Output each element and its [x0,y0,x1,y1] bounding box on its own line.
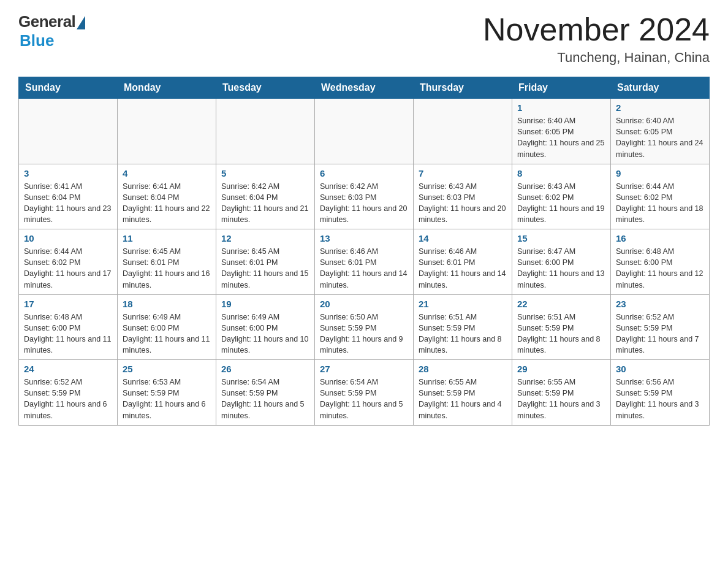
calendar-cell: 25Sunrise: 6:53 AMSunset: 5:59 PMDayligh… [118,360,216,426]
day-number: 29 [517,364,605,374]
day-info: Sunrise: 6:43 AMSunset: 6:02 PMDaylight:… [517,181,605,226]
day-number: 18 [123,299,211,309]
header-friday: Friday [512,77,611,99]
calendar-cell [118,99,216,164]
calendar-cell: 3Sunrise: 6:41 AMSunset: 6:04 PMDaylight… [19,164,118,229]
day-number: 17 [24,299,112,309]
location-subtitle: Tuncheng, Hainan, China [483,50,710,66]
day-number: 11 [123,233,211,243]
header-monday: Monday [118,77,216,99]
calendar-cell: 20Sunrise: 6:50 AMSunset: 5:59 PMDayligh… [315,294,414,360]
day-info: Sunrise: 6:40 AMSunset: 6:05 PMDaylight:… [616,115,704,160]
day-info: Sunrise: 6:41 AMSunset: 6:04 PMDaylight:… [24,181,112,226]
day-info: Sunrise: 6:44 AMSunset: 6:02 PMDaylight:… [616,181,704,226]
day-number: 3 [24,168,112,178]
day-number: 26 [221,364,309,374]
calendar-cell: 8Sunrise: 6:43 AMSunset: 6:02 PMDaylight… [512,164,611,229]
calendar-cell: 5Sunrise: 6:42 AMSunset: 6:04 PMDaylight… [216,164,315,229]
header-wednesday: Wednesday [315,77,414,99]
calendar-cell: 19Sunrise: 6:49 AMSunset: 6:00 PMDayligh… [216,294,315,360]
calendar-cell [216,99,315,164]
calendar-cell: 16Sunrise: 6:48 AMSunset: 6:00 PMDayligh… [611,229,710,295]
calendar-cell: 27Sunrise: 6:54 AMSunset: 5:59 PMDayligh… [315,360,414,426]
calendar-cell: 13Sunrise: 6:46 AMSunset: 6:01 PMDayligh… [315,229,414,295]
day-info: Sunrise: 6:52 AMSunset: 5:59 PMDaylight:… [616,312,704,356]
header-saturday: Saturday [611,77,710,99]
day-number: 10 [24,233,112,243]
calendar-cell: 18Sunrise: 6:49 AMSunset: 6:00 PMDayligh… [118,294,216,360]
logo-triangle-icon [77,16,85,29]
calendar-cell: 30Sunrise: 6:56 AMSunset: 5:59 PMDayligh… [611,360,710,426]
logo-blue-text: Blue [20,31,54,50]
month-year-title: November 2024 [483,12,710,47]
day-info: Sunrise: 6:46 AMSunset: 6:01 PMDaylight:… [419,246,507,291]
calendar-body: 1Sunrise: 6:40 AMSunset: 6:05 PMDaylight… [19,99,710,426]
calendar-cell: 7Sunrise: 6:43 AMSunset: 6:03 PMDaylight… [414,164,512,229]
week-row-0: 1Sunrise: 6:40 AMSunset: 6:05 PMDaylight… [19,99,710,164]
calendar-cell: 23Sunrise: 6:52 AMSunset: 5:59 PMDayligh… [611,294,710,360]
logo: General Blue [18,12,85,50]
day-number: 5 [221,168,309,178]
header-tuesday: Tuesday [216,77,315,99]
calendar-cell: 2Sunrise: 6:40 AMSunset: 6:05 PMDaylight… [611,99,710,164]
day-info: Sunrise: 6:51 AMSunset: 5:59 PMDaylight:… [419,312,507,356]
day-info: Sunrise: 6:45 AMSunset: 6:01 PMDaylight:… [221,246,309,291]
day-info: Sunrise: 6:44 AMSunset: 6:02 PMDaylight:… [24,246,112,291]
calendar-cell: 22Sunrise: 6:51 AMSunset: 5:59 PMDayligh… [512,294,611,360]
day-info: Sunrise: 6:52 AMSunset: 5:59 PMDaylight:… [24,377,112,421]
day-number: 13 [320,233,408,243]
calendar-cell [414,99,512,164]
day-number: 20 [320,299,408,309]
day-number: 9 [616,168,704,178]
day-number: 4 [123,168,211,178]
day-number: 19 [221,299,309,309]
calendar-cell [315,99,414,164]
calendar-cell [19,99,118,164]
day-info: Sunrise: 6:40 AMSunset: 6:05 PMDaylight:… [517,115,605,160]
day-info: Sunrise: 6:54 AMSunset: 5:59 PMDaylight:… [221,377,309,421]
day-number: 2 [616,102,704,113]
calendar-cell: 4Sunrise: 6:41 AMSunset: 6:04 PMDaylight… [118,164,216,229]
week-row-3: 17Sunrise: 6:48 AMSunset: 6:00 PMDayligh… [19,294,710,360]
day-number: 6 [320,168,408,178]
day-info: Sunrise: 6:45 AMSunset: 6:01 PMDaylight:… [123,246,211,291]
day-number: 27 [320,364,408,374]
logo-general-text: General [18,12,75,31]
day-number: 12 [221,233,309,243]
day-info: Sunrise: 6:50 AMSunset: 5:59 PMDaylight:… [320,312,408,356]
page-header: General Blue November 2024 Tuncheng, Hai… [18,12,710,66]
header-row: SundayMondayTuesdayWednesdayThursdayFrid… [19,77,710,99]
day-info: Sunrise: 6:43 AMSunset: 6:03 PMDaylight:… [419,181,507,226]
day-number: 25 [123,364,211,374]
calendar-cell: 11Sunrise: 6:45 AMSunset: 6:01 PMDayligh… [118,229,216,295]
day-number: 14 [419,233,507,243]
calendar-cell: 26Sunrise: 6:54 AMSunset: 5:59 PMDayligh… [216,360,315,426]
calendar-cell: 28Sunrise: 6:55 AMSunset: 5:59 PMDayligh… [414,360,512,426]
calendar-cell: 9Sunrise: 6:44 AMSunset: 6:02 PMDaylight… [611,164,710,229]
calendar-cell: 12Sunrise: 6:45 AMSunset: 6:01 PMDayligh… [216,229,315,295]
day-info: Sunrise: 6:47 AMSunset: 6:00 PMDaylight:… [517,246,605,291]
calendar-cell: 15Sunrise: 6:47 AMSunset: 6:00 PMDayligh… [512,229,611,295]
week-row-2: 10Sunrise: 6:44 AMSunset: 6:02 PMDayligh… [19,229,710,295]
day-info: Sunrise: 6:55 AMSunset: 5:59 PMDaylight:… [517,377,605,421]
calendar-table: SundayMondayTuesdayWednesdayThursdayFrid… [18,77,710,426]
calendar-cell: 24Sunrise: 6:52 AMSunset: 5:59 PMDayligh… [19,360,118,426]
day-info: Sunrise: 6:42 AMSunset: 6:04 PMDaylight:… [221,181,309,226]
day-info: Sunrise: 6:48 AMSunset: 6:00 PMDaylight:… [616,246,704,291]
calendar-cell: 1Sunrise: 6:40 AMSunset: 6:05 PMDaylight… [512,99,611,164]
day-number: 28 [419,364,507,374]
day-info: Sunrise: 6:55 AMSunset: 5:59 PMDaylight:… [419,377,507,421]
day-info: Sunrise: 6:42 AMSunset: 6:03 PMDaylight:… [320,181,408,226]
day-info: Sunrise: 6:54 AMSunset: 5:59 PMDaylight:… [320,377,408,421]
day-info: Sunrise: 6:49 AMSunset: 6:00 PMDaylight:… [221,312,309,356]
day-info: Sunrise: 6:46 AMSunset: 6:01 PMDaylight:… [320,246,408,291]
calendar-cell: 6Sunrise: 6:42 AMSunset: 6:03 PMDaylight… [315,164,414,229]
day-number: 8 [517,168,605,178]
day-number: 22 [517,299,605,309]
day-number: 16 [616,233,704,243]
day-number: 15 [517,233,605,243]
calendar-cell: 17Sunrise: 6:48 AMSunset: 6:00 PMDayligh… [19,294,118,360]
day-info: Sunrise: 6:51 AMSunset: 5:59 PMDaylight:… [517,312,605,356]
day-info: Sunrise: 6:49 AMSunset: 6:00 PMDaylight:… [123,312,211,356]
week-row-1: 3Sunrise: 6:41 AMSunset: 6:04 PMDaylight… [19,164,710,229]
